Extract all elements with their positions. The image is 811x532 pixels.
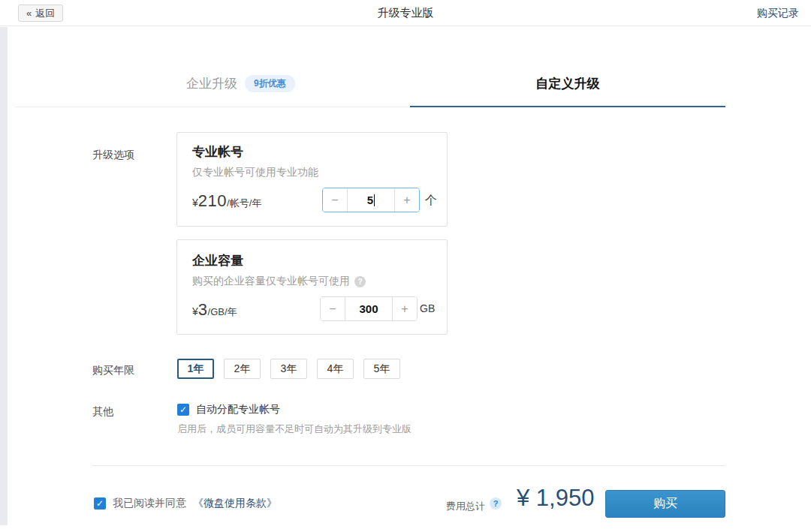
upgrade-options-label: 升级选项 — [92, 149, 134, 162]
pro-account-stepper: − 5 + — [322, 188, 420, 212]
pro-account-price: ¥210/帐号/年 — [192, 191, 261, 211]
top-bar: « 返回 升级专业版 购买记录 — [0, 0, 811, 26]
total-cost-help-icon[interactable]: ? — [490, 497, 502, 509]
pro-account-title: 专业帐号 — [192, 143, 243, 161]
capacity-subtitle: 购买的企业容量仅专业帐号可使用 ? — [192, 275, 366, 288]
capacity-stepper: − 300 + — [320, 296, 418, 321]
price-currency: ¥ — [192, 197, 198, 209]
auto-assign-label[interactable]: 自动分配专业帐号 — [196, 403, 280, 416]
price-number: 210 — [198, 191, 227, 210]
capacity-card: 企业容量 购买的企业容量仅专业帐号可使用 ? ¥3/GB/年 − 300 + G… — [176, 239, 448, 335]
total-cost-label: 费用总计 — [446, 500, 485, 513]
page-title: 升级专业版 — [0, 6, 811, 20]
capacity-title: 企业容量 — [192, 252, 243, 269]
pro-account-card: 专业帐号 仅专业帐号可使用专业功能 ¥210/帐号/年 − 5 + 个 — [176, 132, 448, 227]
active-tab-underline — [410, 106, 725, 107]
plus-button[interactable]: + — [392, 297, 417, 320]
auto-assign-hint: 启用后，成员可用容量不足时可自动为其升级到专业版 — [177, 422, 412, 436]
agreement-row: ✓ 我已阅读并同意 《微盘使用条款》 — [94, 497, 277, 510]
upgrade-pro-page: « 返回 升级专业版 购买记录 企业升级 9折优惠 自定义升级 升级选项 购买年… — [0, 0, 811, 532]
footer-divider — [92, 465, 725, 466]
price-unit: /帐号/年 — [227, 197, 261, 209]
left-gutter — [0, 27, 8, 525]
price-unit: /GB/年 — [208, 306, 237, 317]
year-button-3[interactable]: 3年 — [270, 359, 307, 379]
capacity-unit-suffix: GB — [420, 302, 435, 314]
purchase-years-label: 购买年限 — [92, 364, 134, 377]
total-amount: ¥ 1,950 — [517, 485, 594, 512]
minus-button[interactable]: − — [323, 188, 348, 212]
purchase-history-link[interactable]: 购买记录 — [757, 7, 799, 20]
upgrade-tabs: 企业升级 9折优惠 自定义升级 — [15, 65, 725, 107]
pro-account-unit-suffix: 个 — [425, 193, 437, 209]
discount-badge: 9折优惠 — [245, 75, 295, 92]
year-button-4[interactable]: 4年 — [317, 359, 354, 379]
year-button-2[interactable]: 2年 — [224, 359, 261, 379]
capacity-quantity-input[interactable]: 300 — [345, 297, 392, 320]
pro-account-quantity-input[interactable]: 5 — [348, 188, 394, 212]
capacity-help-icon[interactable]: ? — [354, 276, 366, 287]
tab-custom-upgrade[interactable]: 自定义升级 — [410, 75, 725, 92]
minus-button[interactable]: − — [321, 297, 345, 320]
auto-assign-checkbox[interactable]: ✓ — [177, 404, 189, 416]
terms-link[interactable]: 《微盘使用条款》 — [193, 497, 277, 510]
year-button-5[interactable]: 5年 — [363, 359, 400, 379]
pro-account-subtitle: 仅专业帐号可使用专业功能 — [192, 166, 318, 179]
plus-button[interactable]: + — [394, 188, 419, 212]
purchase-years-group: 1年 2年 3年 4年 5年 — [177, 359, 400, 379]
other-label: 其他 — [92, 405, 113, 419]
price-currency: ¥ — [192, 305, 198, 317]
tab-enterprise-upgrade[interactable]: 企业升级 9折优惠 — [186, 75, 295, 92]
capacity-price: ¥3/GB/年 — [192, 300, 237, 320]
buy-button[interactable]: 购买 — [605, 490, 725, 518]
agreement-checkbox[interactable]: ✓ — [94, 497, 106, 509]
text-caret — [374, 194, 375, 206]
year-button-1[interactable]: 1年 — [177, 359, 214, 379]
auto-assign-row: ✓ 自动分配专业帐号 — [177, 403, 280, 416]
agreement-text: 我已阅读并同意 — [113, 497, 186, 510]
tab-enterprise-label: 企业升级 — [186, 75, 237, 92]
price-number: 3 — [198, 300, 208, 319]
